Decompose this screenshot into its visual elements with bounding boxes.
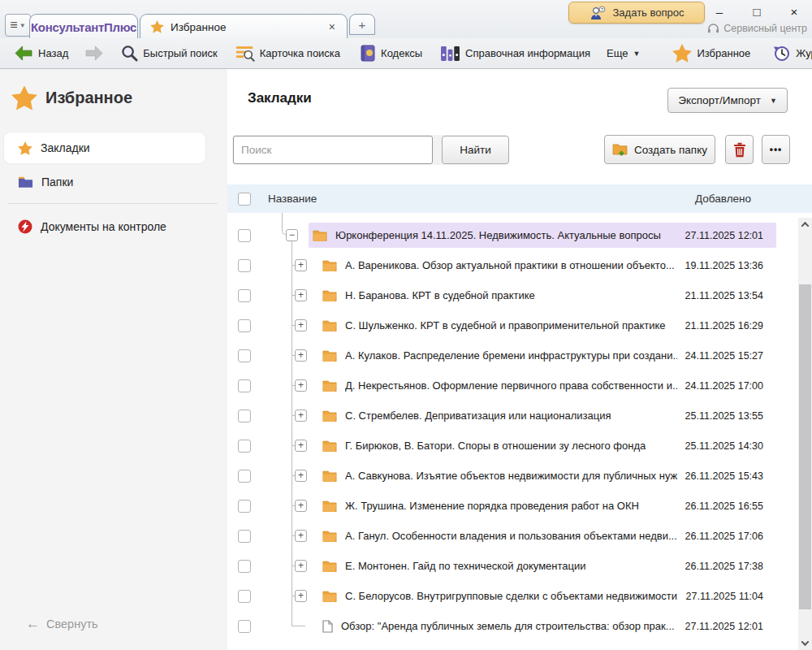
- row-checkbox[interactable]: [238, 379, 251, 392]
- expander-button[interactable]: +: [295, 590, 307, 602]
- sidebar-item-bookmarks[interactable]: Закладки: [4, 132, 205, 163]
- row-body[interactable]: Обзор: "Аренда публичных земель для стро…: [318, 613, 776, 639]
- row-label: А. Ганул. Особенности владения и пользов…: [345, 530, 677, 542]
- ask-question-button[interactable]: ? Задать вопрос: [568, 2, 705, 24]
- scrollbar-thumb[interactable]: [799, 284, 811, 609]
- row-checkbox[interactable]: [238, 500, 251, 513]
- expander-button[interactable]: +: [295, 259, 307, 271]
- expander-button[interactable]: +: [295, 349, 307, 362]
- search-input[interactable]: [233, 136, 433, 164]
- row-date: 25.11.2025 13:55: [685, 410, 763, 422]
- row-body[interactable]: Д. Некрестьянов. Оформление первичного п…: [318, 373, 776, 398]
- row-label: С. Белорусов. Внутригрупповые сделки с о…: [345, 590, 678, 602]
- expander-button[interactable]: +: [295, 470, 307, 482]
- row-body[interactable]: Ж. Трушина. Изменение порядка проведения…: [318, 493, 776, 518]
- row-checkbox[interactable]: [238, 530, 251, 543]
- row-body[interactable]: С. Стрембелев. Деприватизация или национ…: [318, 403, 776, 428]
- scroll-up-button[interactable]: [798, 218, 812, 232]
- row-label: Д. Некрестьянов. Оформление первичного п…: [345, 379, 677, 392]
- search-area: Найти: [232, 135, 508, 165]
- row-checkbox[interactable]: [238, 259, 251, 272]
- row-checkbox[interactable]: [238, 620, 251, 633]
- expander-button[interactable]: +: [295, 560, 307, 572]
- favorites-button[interactable]: Избранное: [667, 41, 755, 66]
- more-actions-button[interactable]: •••: [762, 135, 790, 164]
- back-button[interactable]: Назад: [10, 42, 73, 64]
- tab-close-icon[interactable]: ×: [327, 20, 337, 33]
- row-body[interactable]: С. Белорусов. Внутригрупповые сделки с о…: [318, 583, 776, 609]
- row-date: 21.11.2025 13:54: [685, 290, 763, 301]
- codes-button[interactable]: Кодексы: [355, 41, 427, 66]
- main-menu-button[interactable]: ≡ ▼: [5, 14, 31, 37]
- row-checkbox[interactable]: [238, 440, 251, 453]
- sidebar-item-documents-on-control[interactable]: Документы на контроле: [4, 211, 205, 242]
- reference-info-button[interactable]: Справочная информация: [435, 41, 595, 65]
- sidebar-title: Избранное: [45, 89, 132, 107]
- service-center-link[interactable]: Сервисный центр: [707, 23, 807, 34]
- vertical-scrollbar[interactable]: [798, 218, 812, 650]
- delete-button[interactable]: [725, 135, 754, 164]
- row-checkbox[interactable]: [238, 349, 251, 362]
- row-checkbox[interactable]: [238, 470, 251, 483]
- collapse-sidebar-button[interactable]: ← Свернуть: [26, 616, 98, 632]
- select-all-checkbox[interactable]: [238, 193, 251, 206]
- expander-button[interactable]: −: [286, 229, 298, 241]
- row-date: 27.11.2025 12:01: [685, 621, 763, 632]
- table-row: + Е. Монтонен. Гайд по технической докум…: [227, 551, 797, 581]
- sidebar-item-folders[interactable]: Папки: [4, 167, 205, 197]
- scroll-down-button[interactable]: [798, 636, 812, 650]
- row-date: 24.11.2025 15:27: [685, 350, 763, 362]
- export-import-label: Экспорт/Импорт: [678, 94, 761, 106]
- expander-button[interactable]: +: [295, 440, 307, 452]
- table-row: + А. Кулаков. Распределение бремени инфр…: [227, 340, 797, 370]
- expander-button[interactable]: +: [295, 379, 307, 392]
- row-label: Юрконференция 14.11.2025. Недвижимость. …: [335, 229, 677, 241]
- row-checkbox[interactable]: [238, 410, 251, 422]
- row-body[interactable]: А. Вареникова. Обзор актуальной практики…: [318, 253, 776, 278]
- row-body[interactable]: А. Ганул. Особенности владения и пользов…: [318, 523, 776, 548]
- tab-konsultantplus[interactable]: КонсультантПлюс: [29, 14, 138, 39]
- row-checkbox[interactable]: [238, 289, 251, 302]
- create-folder-button[interactable]: Создать папку: [604, 135, 715, 164]
- minimize-button[interactable]: –: [708, 5, 731, 19]
- row-body[interactable]: Г. Бирюков, В. Батори. Споры в отношении…: [318, 433, 776, 458]
- sidebar-item-label: Документы на контроле: [41, 220, 166, 233]
- quick-search-button[interactable]: Быстрый поиск: [116, 41, 222, 65]
- folder-icon: [322, 289, 337, 301]
- expander-button[interactable]: +: [295, 289, 307, 301]
- row-body[interactable]: Н. Баранова. КРТ в судебной практике 21.…: [318, 283, 776, 308]
- forward-button[interactable]: [80, 42, 108, 64]
- find-button[interactable]: Найти: [442, 136, 509, 164]
- table-row: + Д. Некрестьянов. Оформление первичного…: [227, 370, 797, 401]
- search-icon: [121, 45, 138, 62]
- row-label: А. Савкунова. Изъятие объектов недвижимо…: [345, 470, 677, 482]
- row-checkbox[interactable]: [238, 319, 251, 332]
- tab-favorites[interactable]: Избранное ×: [140, 14, 348, 39]
- document-icon: [322, 620, 333, 633]
- expander-button[interactable]: +: [295, 500, 307, 512]
- row-label: Обзор: "Аренда публичных земель для стро…: [341, 620, 677, 632]
- row-body[interactable]: Юрконференция 14.11.2025. Недвижимость. …: [309, 223, 776, 248]
- row-body[interactable]: А. Савкунова. Изъятие объектов недвижимо…: [318, 463, 776, 488]
- row-body[interactable]: С. Шульженко. КРТ в судебной и правоприм…: [318, 313, 776, 338]
- close-button[interactable]: ×: [783, 5, 806, 19]
- journal-button[interactable]: Журнал: [768, 41, 812, 66]
- search-card-label: Карточка поиска: [260, 47, 340, 59]
- folder-icon: [18, 176, 33, 188]
- row-body[interactable]: Е. Монтонен. Гайд по технической докумен…: [318, 553, 776, 578]
- row-checkbox[interactable]: [238, 229, 251, 242]
- row-checkbox[interactable]: [238, 590, 251, 603]
- expander-button[interactable]: +: [295, 530, 307, 542]
- search-card-button[interactable]: Карточка поиска: [231, 41, 345, 65]
- expander-button[interactable]: +: [295, 410, 307, 422]
- table-row: + А. Ганул. Особенности владения и польз…: [227, 521, 797, 551]
- expander-button[interactable]: +: [295, 319, 307, 332]
- export-import-button[interactable]: Экспорт/Импорт ▼: [667, 88, 788, 113]
- folder-icon: [313, 229, 327, 241]
- new-tab-button[interactable]: +: [349, 14, 375, 35]
- maximize-button[interactable]: □: [745, 5, 768, 19]
- row-label: Е. Монтонен. Гайд по технической докумен…: [345, 560, 677, 572]
- row-body[interactable]: А. Кулаков. Распределение бремени инфрас…: [318, 343, 776, 368]
- more-button[interactable]: Еще ▼: [602, 44, 645, 63]
- row-checkbox[interactable]: [238, 560, 251, 573]
